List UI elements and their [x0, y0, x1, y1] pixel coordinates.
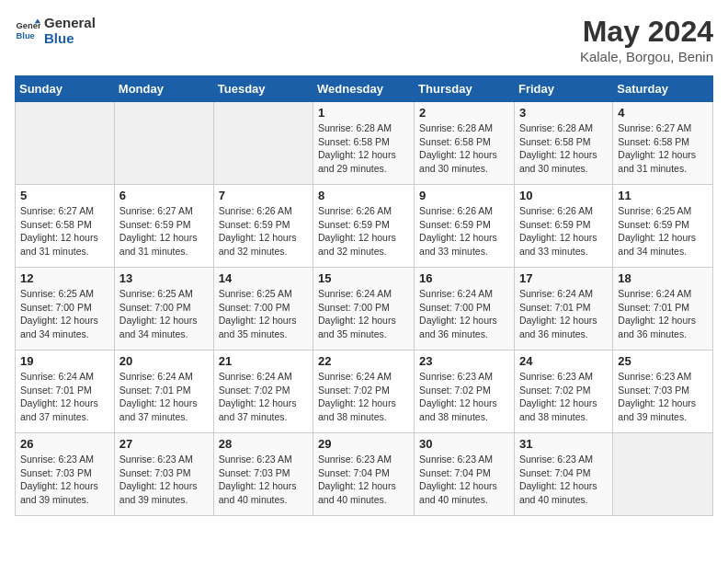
day-cell: 19Sunrise: 6:24 AM Sunset: 7:01 PM Dayli…	[16, 350, 115, 433]
logo-text-blue: Blue	[44, 30, 96, 46]
logo-text-general: General	[44, 15, 96, 30]
week-row-5: 26Sunrise: 6:23 AM Sunset: 7:03 PM Dayli…	[16, 433, 713, 516]
day-info: Sunrise: 6:23 AM Sunset: 7:04 PM Dayligh…	[318, 453, 409, 507]
day-cell: 27Sunrise: 6:23 AM Sunset: 7:03 PM Dayli…	[114, 433, 213, 516]
day-info: Sunrise: 6:23 AM Sunset: 7:04 PM Dayligh…	[419, 453, 509, 507]
day-number: 3	[519, 106, 608, 120]
day-info: Sunrise: 6:25 AM Sunset: 7:00 PM Dayligh…	[219, 287, 308, 341]
day-info: Sunrise: 6:23 AM Sunset: 7:03 PM Dayligh…	[20, 453, 109, 507]
day-info: Sunrise: 6:24 AM Sunset: 7:02 PM Dayligh…	[219, 370, 308, 424]
day-info: Sunrise: 6:28 AM Sunset: 6:58 PM Dayligh…	[519, 121, 608, 176]
day-info: Sunrise: 6:27 AM Sunset: 6:58 PM Dayligh…	[20, 204, 109, 259]
day-number: 11	[618, 189, 708, 202]
header: General Blue General Blue May 2024 Kalal…	[15, 15, 713, 64]
day-info: Sunrise: 6:25 AM Sunset: 6:59 PM Dayligh…	[618, 204, 708, 259]
day-info: Sunrise: 6:23 AM Sunset: 7:03 PM Dayligh…	[219, 453, 308, 507]
day-number: 31	[519, 437, 608, 451]
day-cell: 31Sunrise: 6:23 AM Sunset: 7:04 PM Dayli…	[514, 433, 612, 516]
day-cell: 14Sunrise: 6:25 AM Sunset: 7:00 PM Dayli…	[213, 268, 313, 350]
calendar-subtitle: Kalale, Borgou, Benin	[580, 49, 713, 64]
day-info: Sunrise: 6:23 AM Sunset: 7:03 PM Dayligh…	[618, 370, 708, 424]
day-cell: 3Sunrise: 6:28 AM Sunset: 6:58 PM Daylig…	[514, 102, 612, 185]
day-number: 4	[618, 106, 708, 120]
day-info: Sunrise: 6:24 AM Sunset: 7:01 PM Dayligh…	[119, 370, 209, 424]
logo-icon: General Blue	[15, 17, 40, 43]
day-number: 15	[318, 271, 409, 285]
day-number: 29	[318, 437, 409, 451]
day-cell	[613, 433, 713, 516]
day-number: 19	[20, 354, 109, 368]
week-row-4: 19Sunrise: 6:24 AM Sunset: 7:01 PM Dayli…	[16, 350, 713, 433]
day-number: 10	[519, 189, 608, 202]
day-cell: 21Sunrise: 6:24 AM Sunset: 7:02 PM Dayli…	[213, 350, 313, 433]
day-cell: 17Sunrise: 6:24 AM Sunset: 7:01 PM Dayli…	[514, 268, 612, 350]
logo: General Blue General Blue	[15, 15, 96, 46]
day-number: 22	[318, 354, 409, 368]
day-number: 25	[618, 354, 708, 368]
day-number: 26	[20, 437, 109, 451]
column-header-wednesday: Wednesday	[313, 76, 415, 102]
day-cell: 25Sunrise: 6:23 AM Sunset: 7:03 PM Dayli…	[613, 350, 713, 433]
column-header-sunday: Sunday	[16, 76, 115, 102]
day-info: Sunrise: 6:25 AM Sunset: 7:00 PM Dayligh…	[20, 287, 109, 341]
day-info: Sunrise: 6:27 AM Sunset: 6:58 PM Dayligh…	[618, 121, 708, 176]
day-number: 23	[419, 354, 509, 368]
day-cell: 20Sunrise: 6:24 AM Sunset: 7:01 PM Dayli…	[114, 350, 213, 433]
calendar-title: May 2024	[580, 15, 713, 49]
day-number: 20	[119, 354, 209, 368]
day-cell: 30Sunrise: 6:23 AM Sunset: 7:04 PM Dayli…	[415, 433, 515, 516]
day-cell: 24Sunrise: 6:23 AM Sunset: 7:02 PM Dayli…	[514, 350, 612, 433]
day-cell	[213, 102, 313, 185]
day-cell	[114, 102, 213, 185]
day-cell	[16, 102, 115, 185]
day-info: Sunrise: 6:26 AM Sunset: 6:59 PM Dayligh…	[519, 204, 608, 259]
column-header-tuesday: Tuesday	[213, 76, 313, 102]
week-row-1: 1Sunrise: 6:28 AM Sunset: 6:58 PM Daylig…	[16, 102, 713, 185]
day-info: Sunrise: 6:23 AM Sunset: 7:03 PM Dayligh…	[119, 453, 209, 507]
day-info: Sunrise: 6:26 AM Sunset: 6:59 PM Dayligh…	[219, 204, 308, 259]
day-cell: 8Sunrise: 6:26 AM Sunset: 6:59 PM Daylig…	[313, 185, 415, 268]
day-info: Sunrise: 6:24 AM Sunset: 7:00 PM Dayligh…	[318, 287, 409, 341]
day-info: Sunrise: 6:24 AM Sunset: 7:00 PM Dayligh…	[419, 287, 509, 341]
day-number: 1	[318, 106, 409, 120]
day-info: Sunrise: 6:26 AM Sunset: 6:59 PM Dayligh…	[318, 204, 409, 259]
day-number: 30	[419, 437, 509, 451]
day-number: 13	[119, 271, 209, 285]
day-cell: 28Sunrise: 6:23 AM Sunset: 7:03 PM Dayli…	[213, 433, 313, 516]
day-number: 14	[219, 271, 308, 285]
day-cell: 18Sunrise: 6:24 AM Sunset: 7:01 PM Dayli…	[613, 268, 713, 350]
title-area: May 2024 Kalale, Borgou, Benin	[580, 15, 713, 64]
day-cell: 22Sunrise: 6:24 AM Sunset: 7:02 PM Dayli…	[313, 350, 415, 433]
day-info: Sunrise: 6:23 AM Sunset: 7:02 PM Dayligh…	[419, 370, 509, 424]
column-header-saturday: Saturday	[613, 76, 713, 102]
day-number: 6	[119, 189, 209, 202]
column-header-thursday: Thursday	[415, 76, 515, 102]
day-info: Sunrise: 6:25 AM Sunset: 7:00 PM Dayligh…	[119, 287, 209, 341]
day-cell: 12Sunrise: 6:25 AM Sunset: 7:00 PM Dayli…	[16, 268, 115, 350]
day-number: 17	[519, 271, 608, 285]
day-cell: 9Sunrise: 6:26 AM Sunset: 6:59 PM Daylig…	[415, 185, 515, 268]
day-info: Sunrise: 6:24 AM Sunset: 7:01 PM Dayligh…	[20, 370, 109, 424]
day-cell: 7Sunrise: 6:26 AM Sunset: 6:59 PM Daylig…	[213, 185, 313, 268]
day-cell: 1Sunrise: 6:28 AM Sunset: 6:58 PM Daylig…	[313, 102, 415, 185]
day-info: Sunrise: 6:24 AM Sunset: 7:01 PM Dayligh…	[519, 287, 608, 341]
day-number: 16	[419, 271, 509, 285]
day-info: Sunrise: 6:23 AM Sunset: 7:04 PM Dayligh…	[519, 453, 608, 507]
day-number: 28	[219, 437, 308, 451]
day-info: Sunrise: 6:26 AM Sunset: 6:59 PM Dayligh…	[419, 204, 509, 259]
day-number: 24	[519, 354, 608, 368]
day-cell: 5Sunrise: 6:27 AM Sunset: 6:58 PM Daylig…	[16, 185, 115, 268]
day-number: 9	[419, 189, 509, 202]
day-number: 21	[219, 354, 308, 368]
day-number: 7	[219, 189, 308, 202]
day-info: Sunrise: 6:24 AM Sunset: 7:01 PM Dayligh…	[618, 287, 708, 341]
column-header-friday: Friday	[514, 76, 612, 102]
day-cell: 11Sunrise: 6:25 AM Sunset: 6:59 PM Dayli…	[613, 185, 713, 268]
day-number: 2	[419, 106, 509, 120]
day-cell: 15Sunrise: 6:24 AM Sunset: 7:00 PM Dayli…	[313, 268, 415, 350]
day-info: Sunrise: 6:24 AM Sunset: 7:02 PM Dayligh…	[318, 370, 409, 424]
day-cell: 29Sunrise: 6:23 AM Sunset: 7:04 PM Dayli…	[313, 433, 415, 516]
day-cell: 26Sunrise: 6:23 AM Sunset: 7:03 PM Dayli…	[16, 433, 115, 516]
day-cell: 13Sunrise: 6:25 AM Sunset: 7:00 PM Dayli…	[114, 268, 213, 350]
day-cell: 16Sunrise: 6:24 AM Sunset: 7:00 PM Dayli…	[415, 268, 515, 350]
